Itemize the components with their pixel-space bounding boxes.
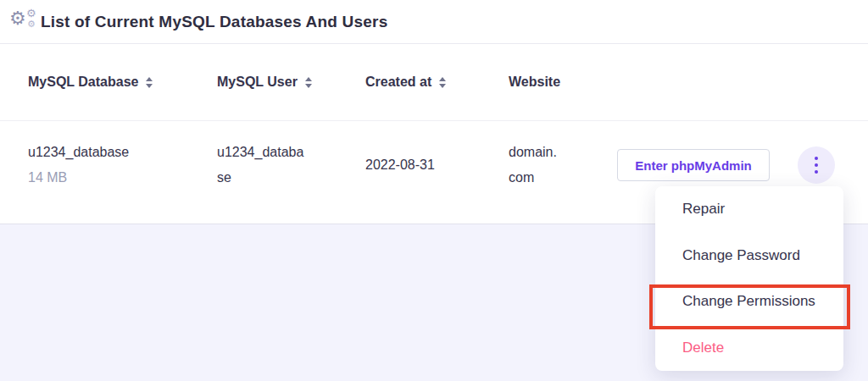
sort-arrows-icon [146,77,153,88]
sort-arrows-icon [305,77,312,88]
column-header-mysql-user[interactable]: MySQL User [217,75,365,90]
menu-item-repair[interactable]: Repair [655,186,843,233]
menu-item-change-password[interactable]: Change Password [655,233,843,279]
database-name: u1234_database [28,140,217,165]
menu-item-change-permissions[interactable]: Change Permissions [655,279,843,325]
kebab-menu-button[interactable] [798,146,835,184]
cell-user: u1234_database [217,140,307,190]
enter-phpmyadmin-button[interactable]: Enter phpMyAdmin [617,149,770,181]
menu-item-delete[interactable]: Delete [655,325,843,372]
cell-created-at: 2022-08-31 [365,152,509,178]
kebab-menu-icon [815,157,818,174]
cell-database: u1234_database 14 MB [28,140,217,190]
gears-icon: ⚙ ⚙ ⚙ [8,8,41,36]
column-header-website: Website [509,75,617,90]
card-header: ⚙ ⚙ ⚙ List of Current MySQL Databases An… [0,0,868,44]
page: ⚙ ⚙ ⚙ List of Current MySQL Databases An… [0,0,868,381]
column-header-created-at[interactable]: Created at [365,75,509,90]
cell-website: domain.com [509,140,561,190]
page-title: List of Current MySQL Databases And User… [41,13,387,31]
database-size: 14 MB [28,165,217,190]
sort-arrows-icon [439,77,446,88]
column-header-mysql-database[interactable]: MySQL Database [28,75,217,90]
table-header-row: MySQL Database MySQL User Created at Web… [0,44,868,121]
row-actions-dropdown: Repair Change Password Change Permission… [655,186,843,371]
